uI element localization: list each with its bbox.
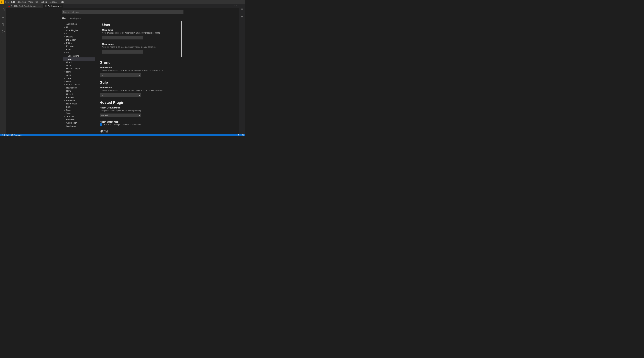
setting-label: Plugin Watch Mode — [100, 121, 182, 123]
svg-rect-19 — [242, 134, 243, 135]
setting-label: Auto Detect — [100, 66, 182, 69]
setting-desc: Your email address to be recorded in any… — [102, 32, 179, 35]
toc-git[interactable]: Git — [63, 51, 94, 54]
toc-debug[interactable]: Debug — [63, 35, 94, 38]
cube-icon[interactable] — [240, 15, 244, 19]
braces-icon[interactable]: { } — [234, 4, 238, 8]
status-bell-icon[interactable] — [238, 134, 240, 136]
toc-preview[interactable]: Preview — [63, 96, 94, 99]
status-previews[interactable]: Previews — [12, 134, 22, 136]
svg-point-10 — [46, 6, 46, 6]
setting-plugin-watch-mode: Plugin Watch Mode Run watcher on plugin … — [100, 121, 182, 126]
close-icon[interactable]: × — [60, 5, 62, 8]
setting-plugin-debug-mode: Plugin Debug Mode Using inspect or inspe… — [100, 106, 182, 117]
toc-git-decorations[interactable]: Decorations — [63, 54, 94, 57]
menubar: File Edit Selection View Go Debug Termin… — [0, 0, 245, 4]
statusbar: 0 2 Previews — [0, 134, 245, 136]
outline-icon[interactable] — [240, 8, 244, 12]
menu-edit[interactable]: Edit — [10, 0, 16, 4]
scope-tab-user[interactable]: User — [62, 16, 67, 21]
toc-gulp[interactable]: Gulp — [63, 64, 94, 67]
checkbox-label: Run watcher on plugin under development — [104, 123, 142, 126]
search-input[interactable] — [62, 10, 184, 14]
svg-point-2 — [2, 23, 3, 24]
svg-point-4 — [3, 25, 4, 26]
group-title-gulp: Gulp — [100, 80, 182, 85]
toc-less[interactable]: Less — [63, 80, 94, 83]
toc-diff-editor[interactable]: Diff Editor — [63, 38, 94, 42]
toc-application[interactable]: Application — [63, 22, 94, 26]
menu-debug[interactable]: Debug — [40, 0, 48, 4]
toc-merge-conflict[interactable]: Merge Conflict — [63, 83, 94, 86]
toc-workbench[interactable]: Workbench — [63, 121, 94, 124]
setting-desc: Using inspect or inspect-brk for Node.js… — [100, 109, 182, 112]
scope-tabs: User Workspace — [62, 16, 184, 21]
plugin-watch-checkbox[interactable] — [100, 123, 102, 126]
svg-point-9 — [45, 6, 46, 6]
toc-hosted-plugin[interactable]: Hosted Plugin — [63, 67, 94, 70]
menu-terminal[interactable]: Terminal — [48, 0, 58, 4]
toc-json[interactable]: Json — [63, 77, 94, 80]
toc-terminal[interactable]: Terminal — [63, 115, 94, 118]
warnings-count: 2 — [8, 134, 10, 136]
toc-explorer[interactable]: Explorer — [63, 45, 94, 48]
user-name-input[interactable] — [102, 50, 144, 54]
toc-html[interactable]: Html — [63, 70, 94, 73]
status-window-icon[interactable] — [242, 134, 244, 136]
toc-output[interactable]: Output — [63, 93, 94, 96]
toc-che-plugins[interactable]: Che Plugins — [63, 29, 94, 32]
tab-label: Red Hat CodeReady Workspaces — [11, 5, 41, 8]
toc-css[interactable]: Css — [63, 32, 94, 35]
toc-scm[interactable]: Scm — [63, 105, 94, 108]
group-title-hosted-plugin: Hosted Plugin — [100, 100, 182, 105]
svg-point-18 — [12, 135, 12, 135]
tab-preferences[interactable]: Preferences × — [43, 4, 64, 8]
grunt-autodetect-select[interactable]: on — [100, 73, 141, 77]
toc-problems[interactable]: Problems — [63, 99, 94, 102]
status-errors[interactable]: 0 2 — [2, 134, 10, 136]
toc-editor[interactable]: Editor — [63, 42, 94, 45]
svg-point-3 — [4, 23, 4, 24]
setting-desc: Controls whether auto detection of Grunt… — [100, 69, 182, 72]
setting-desc: Controls whether auto detection of Gulp … — [100, 89, 182, 92]
svg-point-11 — [46, 7, 46, 7]
menu-selection[interactable]: Selection — [16, 0, 27, 4]
toc-scss[interactable]: Scss — [63, 108, 94, 112]
toc-jake[interactable]: Jake — [63, 73, 94, 77]
toc-git-user[interactable]: User — [63, 57, 94, 61]
group-title-grunt: Grunt — [100, 60, 182, 65]
setting-user-email: User Email Your email address to be reco… — [102, 29, 179, 40]
sliders-icon — [45, 5, 47, 7]
app-logo[interactable] — [0, 0, 4, 4]
source-control-icon[interactable] — [1, 22, 5, 26]
gulp-autodetect-select[interactable]: on — [100, 93, 141, 97]
svg-point-0 — [2, 16, 4, 18]
activity-bar-right — [239, 4, 245, 134]
toc-npm[interactable]: Npm — [63, 89, 94, 93]
menu-view[interactable]: View — [27, 0, 34, 4]
toc-webview[interactable]: Webview — [63, 118, 94, 121]
plugin-debug-mode-select[interactable]: inspect — [100, 113, 141, 117]
toc-search[interactable]: Search — [63, 112, 94, 115]
toc-grunt[interactable]: Grunt — [63, 61, 94, 64]
menu-file[interactable]: File — [4, 0, 10, 4]
debug-icon[interactable] — [1, 30, 5, 34]
activity-bar-left — [0, 4, 6, 134]
search-icon[interactable] — [1, 15, 5, 19]
setting-desc: Your full name to be recorded in any new… — [102, 46, 179, 49]
toc-che[interactable]: Che — [63, 26, 94, 29]
tab-redhat-workspace[interactable]: Red Hat CodeReady Workspaces — [6, 4, 43, 8]
files-icon[interactable] — [1, 8, 5, 12]
user-email-input[interactable] — [102, 36, 144, 40]
toc-files[interactable]: Files — [63, 48, 94, 51]
setting-label: User Name — [102, 43, 179, 45]
menu-help[interactable]: Help — [58, 0, 65, 4]
setting-label: Plugin Debug Mode — [100, 106, 182, 109]
toc-notification[interactable]: Notification — [63, 86, 94, 89]
settings-toc: Application Che Che Plugins Css Debug Di… — [62, 21, 94, 134]
menu-go[interactable]: Go — [34, 0, 40, 4]
scope-tab-workspace[interactable]: Workspace — [70, 16, 81, 21]
toc-references[interactable]: References — [63, 102, 94, 105]
toc-workspace[interactable]: Workspace — [63, 124, 94, 128]
setting-label: User Email — [102, 29, 179, 31]
